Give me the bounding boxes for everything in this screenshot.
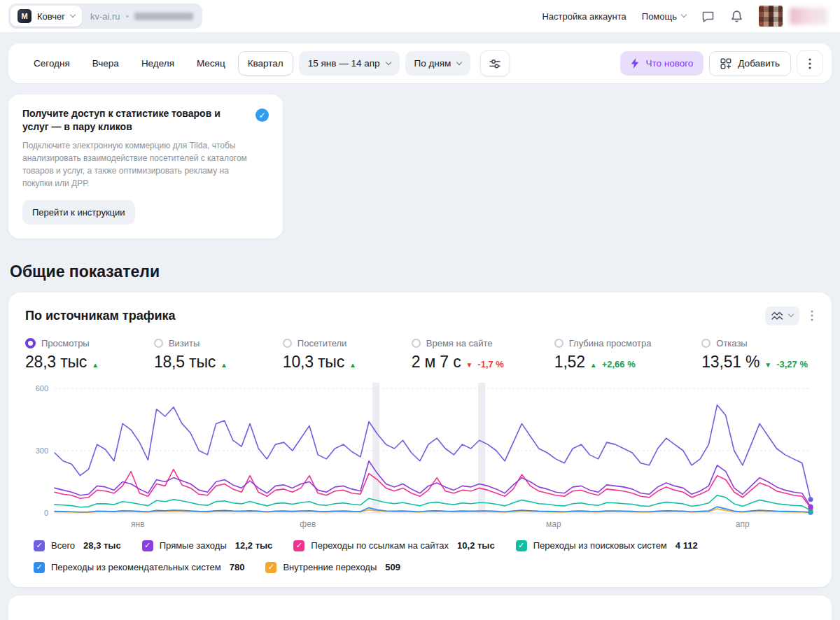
metric-value: 18,5 тыс — [154, 353, 216, 372]
chevron-down-icon — [70, 12, 76, 17]
redacted-counter-id — [134, 13, 193, 20]
chart-legend: ✓ Всего 28,3 тыс ✓ Прямые заходы 12,2 ты… — [25, 540, 815, 576]
traffic-line-chart[interactable]: 0300600янвфевмарапр — [25, 379, 815, 533]
svg-text:0: 0 — [44, 509, 48, 517]
promo-cta-button[interactable]: Перейти к инструкции — [22, 200, 135, 225]
legend-label: Внутренние переходы — [283, 562, 377, 572]
date-range-picker[interactable]: 15 янв — 14 апр — [299, 51, 400, 76]
granularity-select[interactable]: По дням — [405, 51, 471, 76]
metric-radio[interactable] — [412, 339, 421, 348]
metric-radio[interactable] — [25, 338, 36, 348]
legend-item-direct[interactable]: ✓ Прямые заходы 12,2 тыс — [142, 540, 273, 551]
topbar-actions: Настройка аккаунта Помощь — [542, 6, 827, 27]
filters-button[interactable] — [480, 50, 510, 76]
check-badge-icon: ✓ — [255, 108, 269, 122]
account-settings-link[interactable]: Настройка аккаунта — [542, 11, 626, 22]
avatar[interactable] — [759, 6, 783, 27]
svg-text:янв: янв — [131, 519, 145, 529]
metric-radio[interactable] — [554, 339, 564, 348]
sliders-icon — [489, 57, 501, 70]
toolbar-more-menu[interactable] — [797, 50, 823, 76]
date-range-label: 15 янв — 14 апр — [308, 58, 380, 69]
checkbox-checked-icon[interactable]: ✓ — [293, 540, 304, 551]
traffic-sources-widget: По источникам трафика Просмотры — [8, 293, 832, 587]
metric-visitors[interactable]: Посетители 10,3 тыс ▲ — [283, 338, 361, 372]
checkbox-checked-icon[interactable]: ✓ — [142, 540, 153, 551]
legend-value: 10,2 тыс — [457, 540, 495, 551]
period-month[interactable]: Месяц — [187, 51, 235, 76]
period-tabs: Сегодня Вчера Неделя Месяц Квартал — [24, 51, 293, 76]
svg-text:фев: фев — [300, 519, 316, 529]
counter-logo-icon: М — [18, 9, 31, 23]
metric-delta: +2,66 % — [602, 359, 636, 369]
metric-radio[interactable] — [283, 339, 292, 348]
metric-bounce-rate[interactable]: Отказы 13,51 % ▼ -3,27 % — [701, 338, 808, 372]
metric-radio[interactable] — [701, 339, 710, 348]
svg-text:600: 600 — [36, 384, 48, 393]
trend-arrow-icon: ▲ — [220, 361, 227, 369]
topbar: М Ковчег kv-ai.ru • Настройка аккаунта П… — [0, 0, 840, 32]
checkbox-checked-icon[interactable]: ✓ — [265, 562, 276, 573]
metric-value: 28,3 тыс — [25, 353, 87, 372]
granularity-label: По дням — [414, 58, 451, 69]
legend-value: 28,3 тыс — [83, 540, 121, 551]
widget-title: По источникам трафика — [25, 309, 176, 323]
metric-radio[interactable] — [154, 339, 163, 348]
metric-label: Посетители — [298, 338, 347, 348]
metric-delta: -3,27 % — [776, 359, 808, 369]
counter-domain: kv-ai.ru — [90, 11, 120, 22]
legend-value: 509 — [385, 562, 400, 572]
chevron-down-icon — [681, 12, 687, 17]
counter-switcher[interactable]: М Ковчег kv-ai.ru • — [8, 3, 202, 29]
svg-text:мар: мар — [546, 519, 561, 529]
period-quarter[interactable]: Квартал — [238, 51, 293, 76]
checkbox-checked-icon[interactable]: ✓ — [34, 562, 45, 573]
legend-item-site-links[interactable]: ✓ Переходы по ссылкам на сайтах 10,2 тыс — [293, 540, 494, 551]
metric-delta: -1,7 % — [477, 359, 504, 369]
chevron-down-icon — [788, 311, 794, 317]
chevron-down-icon — [385, 59, 391, 64]
notifications-bell-icon[interactable] — [730, 10, 743, 23]
legend-item-internal[interactable]: ✓ Внутренние переходы 509 — [265, 562, 400, 573]
checkbox-checked-icon[interactable]: ✓ — [34, 540, 45, 551]
whats-new-button[interactable]: Что нового — [620, 51, 704, 76]
metric-label: Глубина просмотра — [569, 338, 652, 348]
trend-arrow-icon: ▲ — [349, 361, 356, 369]
legend-item-total[interactable]: ✓ Всего 28,3 тыс — [34, 540, 121, 551]
legend-label: Всего — [51, 540, 75, 551]
metric-label: Время на сайте — [426, 338, 493, 348]
legend-item-search[interactable]: ✓ Переходы из поисковых систем 4 112 — [516, 540, 698, 551]
promo-card: Получите доступ к статистике товаров и у… — [8, 94, 283, 239]
chat-icon[interactable] — [701, 10, 715, 23]
next-widget-partial — [8, 596, 832, 620]
lightning-icon — [631, 58, 639, 69]
section-title: Общие показатели — [10, 262, 840, 281]
metric-label: Визиты — [169, 338, 200, 348]
checkbox-checked-icon[interactable]: ✓ — [516, 540, 527, 551]
period-today[interactable]: Сегодня — [24, 51, 80, 76]
legend-item-recommendations[interactable]: ✓ Переходы из рекомендательных систем 78… — [34, 562, 244, 573]
trend-arrow-icon: ▼ — [764, 361, 771, 369]
svg-text:300: 300 — [36, 446, 48, 455]
period-week[interactable]: Неделя — [132, 51, 184, 76]
metric-views[interactable]: Просмотры 28,3 тыс ▲ — [25, 338, 104, 372]
trend-arrow-icon: ▼ — [465, 361, 472, 369]
line-chart-icon — [771, 311, 783, 320]
metric-value: 13,51 % — [701, 353, 760, 372]
counter-select[interactable]: М Ковчег — [10, 6, 82, 27]
metric-time-on-site[interactable]: Время на сайте 2 м 7 с ▼ -1,7 % — [412, 338, 504, 372]
metric-depth[interactable]: Глубина просмотра 1,52 ▲ +2,66 % — [554, 338, 652, 372]
toolbar: Сегодня Вчера Неделя Месяц Квартал 15 ян… — [8, 43, 832, 83]
kebab-icon — [811, 310, 813, 321]
widget-more-menu[interactable] — [809, 309, 815, 323]
promo-title: Получите доступ к статистике товаров и у… — [22, 107, 247, 134]
trend-arrow-icon: ▲ — [92, 361, 99, 369]
help-menu[interactable]: Помощь — [642, 11, 686, 22]
promo-description: Подключите электронную коммерцию для Til… — [22, 139, 253, 190]
period-yesterday[interactable]: Вчера — [83, 51, 129, 76]
add-button[interactable]: Добавить — [709, 51, 791, 76]
metric-visits[interactable]: Визиты 18,5 тыс ▲ — [154, 338, 232, 372]
legend-value: 4 112 — [676, 540, 698, 551]
help-label: Помощь — [642, 11, 677, 22]
chart-type-select[interactable] — [765, 307, 799, 325]
